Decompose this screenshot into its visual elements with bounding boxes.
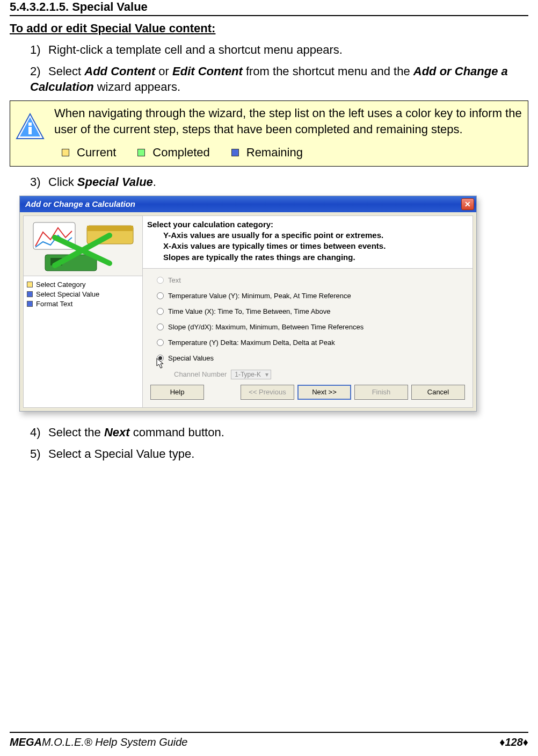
radio-slope[interactable]: Slope (dY/dX): Maximum, Minimum, Between… — [157, 323, 465, 331]
legend-current: Current — [62, 145, 116, 161]
info-icon — [16, 113, 45, 142]
square-blue-icon — [27, 291, 33, 297]
special-value-term: Special Value — [77, 175, 153, 189]
wizard-header-line1: Select your calculation category: — [147, 219, 468, 230]
wizard-window: Add or Change a Calculation ✕ — [19, 196, 477, 412]
step-1-text: Right-click a template cell and a shortc… — [48, 43, 343, 56]
cancel-button[interactable]: Cancel — [411, 385, 465, 400]
wizard-title: Add or Change a Calculation — [25, 199, 135, 208]
footer-brand-mega: MEGA — [10, 736, 42, 748]
radio-icon — [157, 292, 164, 299]
step-4: 4)Select the Next command button. — [30, 424, 528, 441]
channel-number-select: 1-Type-K — [231, 370, 271, 379]
step-2: 2)Select Add Content or Edit Content fro… — [30, 63, 528, 95]
step3-pre: Click — [48, 175, 77, 189]
wizard-step-select-category[interactable]: Select Category — [27, 280, 139, 289]
wizard-step-2-label: Select Special Value — [36, 290, 99, 298]
step-2-num: 2) — [30, 63, 48, 80]
radio-special-values[interactable]: Special Values — [157, 354, 465, 362]
svg-rect-2 — [28, 123, 32, 126]
legend-remaining-label: Remaining — [246, 145, 303, 161]
radio-temperature-delta[interactable]: Temperature (Y) Delta: Maximum Delta, De… — [157, 339, 465, 347]
step-5-text: Select a Special Value type. — [48, 447, 194, 460]
footer-brand-rest: M.O.L.E.® Help System Guide — [42, 736, 188, 748]
step-1-num: 1) — [30, 42, 48, 58]
cursor-icon — [156, 357, 165, 369]
wizard-step-format-text[interactable]: Format Text — [27, 300, 139, 308]
edit-content-term: Edit Content — [172, 64, 243, 78]
step-4-num: 4) — [30, 424, 48, 441]
next-button[interactable]: Next >> — [297, 385, 351, 400]
wizard-graphic — [24, 216, 142, 276]
step2-mid: from the shortcut menu and the — [243, 64, 413, 78]
radio-text-label: Text — [168, 276, 181, 284]
note-body: When navigating through the wizard, the … — [54, 105, 522, 137]
square-yellow-icon — [27, 282, 33, 287]
square-blue-icon — [231, 149, 239, 156]
radio-time-x-label: Time Value (X): Time To, Time Between, T… — [168, 307, 331, 315]
radio-icon — [157, 308, 164, 315]
wizard-step-list: Select Category Select Special Value For… — [24, 276, 142, 407]
section-heading: 5.4.3.2.1.5. Special Value — [10, 0, 528, 16]
wizard-header: Select your calculation category: Y-Axis… — [143, 216, 472, 269]
radio-tdy-label: Temperature (Y) Delta: Maximum Delta, De… — [168, 339, 335, 347]
radio-slope-label: Slope (dY/dX): Maximum, Minimum, Between… — [168, 323, 363, 331]
step2-post: wizard appears. — [94, 80, 180, 93]
radio-sv-label: Special Values — [168, 354, 214, 362]
wizard-step-1-label: Select Category — [36, 280, 86, 289]
channel-number-label: Channel Number — [174, 370, 227, 378]
radio-temp-y-label: Temperature Value (Y): Minimum, Peak, At… — [168, 292, 351, 300]
step4-pre: Select the — [48, 426, 104, 439]
radio-icon — [157, 339, 164, 346]
help-button[interactable]: Help — [150, 385, 204, 400]
radio-icon — [157, 323, 164, 330]
radio-temperature-y[interactable]: Temperature Value (Y): Minimum, Peak, At… — [157, 292, 465, 300]
step3-post: . — [153, 175, 156, 189]
square-green-icon — [137, 149, 145, 156]
step-5-num: 5) — [30, 446, 48, 462]
note-box: When navigating through the wizard, the … — [10, 100, 528, 167]
close-button[interactable]: ✕ — [461, 198, 474, 210]
radio-text: Text — [157, 276, 465, 284]
step-3: 3)Click Special Value. — [30, 174, 528, 190]
add-content-term: Add Content — [84, 64, 155, 78]
wizard-header-line3: X-Axis values are typically times or tim… — [163, 241, 468, 251]
wizard-titlebar[interactable]: Add or Change a Calculation ✕ — [20, 196, 476, 212]
radio-icon — [157, 277, 164, 284]
step2-or: or — [155, 64, 172, 78]
radio-time-x[interactable]: Time Value (X): Time To, Time Between, T… — [157, 307, 465, 315]
step-3-num: 3) — [30, 174, 48, 190]
wizard-step-3-label: Format Text — [36, 300, 72, 308]
step2-pre: Select — [48, 64, 84, 78]
legend-completed-label: Completed — [152, 145, 209, 161]
wizard-header-line4: Slopes are typically the rates things ar… — [163, 252, 468, 263]
footer-page-number: ♦128♦ — [499, 736, 528, 748]
legend-current-label: Current — [77, 145, 116, 161]
next-term: Next — [104, 426, 130, 439]
step-5: 5)Select a Special Value type. — [30, 446, 528, 462]
step-1: 1)Right-click a template cell and a shor… — [30, 42, 528, 58]
subsection-heading: To add or edit Special Value content: — [10, 21, 528, 35]
channel-number-row: Channel Number 1-Type-K — [174, 370, 465, 379]
wizard-step-select-special-value[interactable]: Select Special Value — [27, 290, 139, 298]
legend-completed: Completed — [137, 145, 209, 161]
finish-button: Finish — [354, 385, 408, 400]
wizard-header-line2: Y-Axis values are usually for a specific… — [163, 230, 468, 241]
svg-rect-3 — [28, 127, 32, 134]
svg-rect-6 — [87, 226, 133, 231]
page-footer: MEGAM.O.L.E.® Help System Guide ♦128♦ — [10, 732, 528, 748]
previous-button: << Previous — [241, 385, 294, 400]
square-yellow-icon — [62, 149, 69, 156]
step4-post: command button. — [130, 426, 224, 439]
legend-remaining: Remaining — [231, 145, 303, 161]
square-blue-icon — [27, 301, 33, 307]
